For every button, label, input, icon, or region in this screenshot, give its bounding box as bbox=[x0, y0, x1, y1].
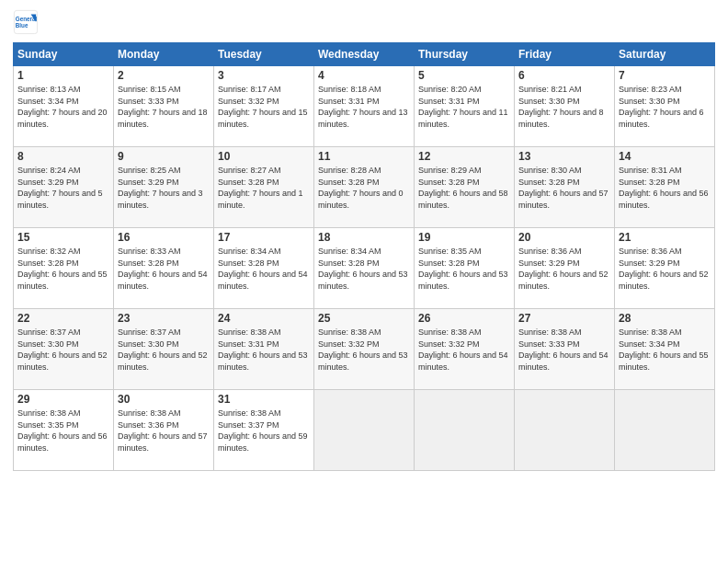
dow-header: Saturday bbox=[615, 43, 715, 66]
dow-header: Wednesday bbox=[314, 43, 415, 66]
day-number: 4 bbox=[318, 69, 410, 82]
calendar-cell: 27 Sunrise: 8:38 AMSunset: 3:33 PMDaylig… bbox=[515, 309, 615, 390]
calendar-cell: 2 Sunrise: 8:15 AMSunset: 3:33 PMDayligh… bbox=[114, 66, 214, 147]
calendar-cell: 22 Sunrise: 8:37 AMSunset: 3:30 PMDaylig… bbox=[14, 309, 114, 390]
calendar-cell: 17 Sunrise: 8:34 AMSunset: 3:28 PMDaylig… bbox=[214, 228, 314, 309]
calendar-cell: 3 Sunrise: 8:17 AMSunset: 3:32 PMDayligh… bbox=[214, 66, 314, 147]
day-info: Sunrise: 8:18 AMSunset: 3:31 PMDaylight:… bbox=[318, 85, 408, 129]
day-number: 8 bbox=[17, 150, 109, 163]
calendar-week: 8 Sunrise: 8:24 AMSunset: 3:29 PMDayligh… bbox=[14, 147, 715, 228]
day-info: Sunrise: 8:38 AMSunset: 3:33 PMDaylight:… bbox=[518, 327, 609, 372]
day-number: 19 bbox=[418, 231, 510, 244]
day-info: Sunrise: 8:36 AMSunset: 3:29 PMDaylight:… bbox=[518, 247, 609, 291]
calendar: SundayMondayTuesdayWednesdayThursdayFrid… bbox=[13, 42, 715, 471]
day-info: Sunrise: 8:36 AMSunset: 3:29 PMDaylight:… bbox=[619, 247, 709, 291]
day-info: Sunrise: 8:37 AMSunset: 3:30 PMDaylight:… bbox=[118, 327, 208, 372]
calendar-week: 15 Sunrise: 8:32 AMSunset: 3:28 PMDaylig… bbox=[14, 228, 715, 309]
calendar-cell: 20 Sunrise: 8:36 AMSunset: 3:29 PMDaylig… bbox=[515, 228, 615, 309]
calendar-cell: 12 Sunrise: 8:29 AMSunset: 3:28 PMDaylig… bbox=[415, 147, 515, 228]
calendar-cell bbox=[415, 390, 515, 471]
day-number: 21 bbox=[619, 231, 711, 244]
day-number: 17 bbox=[218, 231, 310, 244]
calendar-cell: 29 Sunrise: 8:38 AMSunset: 3:35 PMDaylig… bbox=[14, 390, 114, 471]
day-number: 9 bbox=[118, 150, 210, 163]
calendar-cell: 14 Sunrise: 8:31 AMSunset: 3:28 PMDaylig… bbox=[615, 147, 715, 228]
day-number: 28 bbox=[619, 312, 711, 325]
calendar-cell: 8 Sunrise: 8:24 AMSunset: 3:29 PMDayligh… bbox=[14, 147, 114, 228]
calendar-cell bbox=[615, 390, 715, 471]
dow-header: Tuesday bbox=[214, 43, 314, 66]
calendar-cell: 26 Sunrise: 8:38 AMSunset: 3:32 PMDaylig… bbox=[415, 309, 515, 390]
calendar-week: 22 Sunrise: 8:37 AMSunset: 3:30 PMDaylig… bbox=[14, 309, 715, 390]
calendar-cell: 4 Sunrise: 8:18 AMSunset: 3:31 PMDayligh… bbox=[314, 66, 415, 147]
calendar-cell bbox=[314, 390, 415, 471]
dow-header: Sunday bbox=[14, 43, 114, 66]
day-info: Sunrise: 8:38 AMSunset: 3:37 PMDaylight:… bbox=[218, 408, 308, 453]
logo-icon: General Blue bbox=[13, 9, 39, 35]
calendar-week: 1 Sunrise: 8:13 AMSunset: 3:34 PMDayligh… bbox=[14, 66, 715, 147]
calendar-cell: 18 Sunrise: 8:34 AMSunset: 3:28 PMDaylig… bbox=[314, 228, 415, 309]
calendar-cell: 16 Sunrise: 8:33 AMSunset: 3:28 PMDaylig… bbox=[114, 228, 214, 309]
day-info: Sunrise: 8:20 AMSunset: 3:31 PMDaylight:… bbox=[418, 85, 508, 129]
day-number: 7 bbox=[619, 69, 711, 82]
day-number: 14 bbox=[619, 150, 711, 163]
day-info: Sunrise: 8:25 AMSunset: 3:29 PMDaylight:… bbox=[118, 166, 203, 210]
dow-header: Friday bbox=[515, 43, 615, 66]
calendar-cell: 21 Sunrise: 8:36 AMSunset: 3:29 PMDaylig… bbox=[615, 228, 715, 309]
day-info: Sunrise: 8:29 AMSunset: 3:28 PMDaylight:… bbox=[418, 166, 508, 210]
svg-text:Blue: Blue bbox=[16, 22, 28, 29]
day-number: 13 bbox=[518, 150, 610, 163]
day-number: 26 bbox=[418, 312, 510, 325]
calendar-cell: 15 Sunrise: 8:32 AMSunset: 3:28 PMDaylig… bbox=[14, 228, 114, 309]
dow-header: Thursday bbox=[415, 43, 515, 66]
day-number: 20 bbox=[518, 231, 610, 244]
day-number: 3 bbox=[218, 69, 310, 82]
day-info: Sunrise: 8:37 AMSunset: 3:30 PMDaylight:… bbox=[17, 327, 108, 372]
day-number: 18 bbox=[318, 231, 410, 244]
day-info: Sunrise: 8:34 AMSunset: 3:28 PMDaylight:… bbox=[318, 247, 408, 291]
calendar-cell: 9 Sunrise: 8:25 AMSunset: 3:29 PMDayligh… bbox=[114, 147, 214, 228]
day-number: 25 bbox=[318, 312, 410, 325]
page: General Blue SundayMondayTuesdayWednesda… bbox=[0, 0, 728, 563]
logo: General Blue bbox=[13, 9, 39, 35]
calendar-cell: 1 Sunrise: 8:13 AMSunset: 3:34 PMDayligh… bbox=[14, 66, 114, 147]
calendar-cell: 23 Sunrise: 8:37 AMSunset: 3:30 PMDaylig… bbox=[114, 309, 214, 390]
dow-header: Monday bbox=[114, 43, 214, 66]
day-number: 10 bbox=[218, 150, 310, 163]
day-number: 2 bbox=[118, 69, 210, 82]
day-info: Sunrise: 8:21 AMSunset: 3:30 PMDaylight:… bbox=[518, 85, 604, 129]
calendar-cell: 10 Sunrise: 8:27 AMSunset: 3:28 PMDaylig… bbox=[214, 147, 314, 228]
day-number: 22 bbox=[17, 312, 109, 325]
day-number: 29 bbox=[17, 393, 109, 406]
calendar-cell: 31 Sunrise: 8:38 AMSunset: 3:37 PMDaylig… bbox=[214, 390, 314, 471]
calendar-cell: 13 Sunrise: 8:30 AMSunset: 3:28 PMDaylig… bbox=[515, 147, 615, 228]
day-info: Sunrise: 8:32 AMSunset: 3:28 PMDaylight:… bbox=[17, 247, 108, 291]
day-number: 1 bbox=[17, 69, 109, 82]
day-info: Sunrise: 8:31 AMSunset: 3:28 PMDaylight:… bbox=[619, 166, 709, 210]
day-number: 11 bbox=[318, 150, 410, 163]
day-info: Sunrise: 8:38 AMSunset: 3:32 PMDaylight:… bbox=[318, 327, 408, 372]
day-number: 23 bbox=[118, 312, 210, 325]
day-number: 31 bbox=[218, 393, 310, 406]
calendar-cell: 19 Sunrise: 8:35 AMSunset: 3:28 PMDaylig… bbox=[415, 228, 515, 309]
day-info: Sunrise: 8:38 AMSunset: 3:32 PMDaylight:… bbox=[418, 327, 508, 372]
calendar-cell: 6 Sunrise: 8:21 AMSunset: 3:30 PMDayligh… bbox=[515, 66, 615, 147]
calendar-body: 1 Sunrise: 8:13 AMSunset: 3:34 PMDayligh… bbox=[14, 66, 715, 471]
calendar-cell bbox=[515, 390, 615, 471]
day-number: 5 bbox=[418, 69, 510, 82]
calendar-cell: 24 Sunrise: 8:38 AMSunset: 3:31 PMDaylig… bbox=[214, 309, 314, 390]
day-number: 24 bbox=[218, 312, 310, 325]
day-info: Sunrise: 8:30 AMSunset: 3:28 PMDaylight:… bbox=[518, 166, 609, 210]
day-info: Sunrise: 8:27 AMSunset: 3:28 PMDaylight:… bbox=[218, 166, 303, 210]
calendar-cell: 7 Sunrise: 8:23 AMSunset: 3:30 PMDayligh… bbox=[615, 66, 715, 147]
day-info: Sunrise: 8:17 AMSunset: 3:32 PMDaylight:… bbox=[218, 85, 308, 129]
day-number: 27 bbox=[518, 312, 610, 325]
day-info: Sunrise: 8:38 AMSunset: 3:31 PMDaylight:… bbox=[218, 327, 308, 372]
day-number: 16 bbox=[118, 231, 210, 244]
calendar-cell: 11 Sunrise: 8:28 AMSunset: 3:28 PMDaylig… bbox=[314, 147, 415, 228]
day-info: Sunrise: 8:33 AMSunset: 3:28 PMDaylight:… bbox=[118, 247, 208, 291]
calendar-cell: 28 Sunrise: 8:38 AMSunset: 3:34 PMDaylig… bbox=[615, 309, 715, 390]
day-info: Sunrise: 8:38 AMSunset: 3:35 PMDaylight:… bbox=[17, 408, 108, 453]
day-number: 30 bbox=[118, 393, 210, 406]
day-number: 15 bbox=[17, 231, 109, 244]
